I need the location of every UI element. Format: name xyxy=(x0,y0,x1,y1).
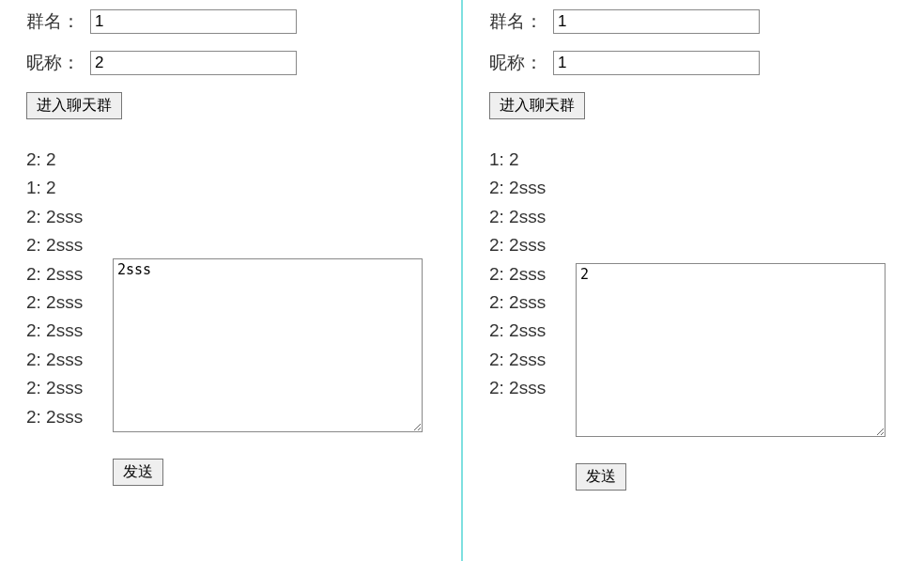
nick-row: 昵称： xyxy=(489,51,898,75)
message-row: 2: 2sss xyxy=(489,317,576,345)
nick-input[interactable] xyxy=(553,51,760,75)
message-list: 2: 21: 22: 2sss2: 2sss2: 2sss2: 2sss2: 2… xyxy=(26,146,113,431)
message-row: 2: 2sss xyxy=(489,288,576,317)
message-row: 2: 2sss xyxy=(489,346,576,374)
message-row: 2: 2sss xyxy=(26,260,113,288)
message-row: 2: 2sss xyxy=(489,231,576,259)
compose-col: 发送 xyxy=(576,263,898,491)
chat-area: 1: 22: 2sss2: 2sss2: 2sss2: 2sss2: 2sss2… xyxy=(489,146,898,491)
message-row: 1: 2 xyxy=(26,174,113,202)
nick-label: 昵称： xyxy=(489,51,553,75)
message-row: 2: 2sss xyxy=(489,374,576,402)
app-container: 群名： 昵称： 进入聊天群 2: 21: 22: 2sss2: 2sss2: 2… xyxy=(0,0,924,561)
message-row: 1: 2 xyxy=(489,146,576,174)
group-input[interactable] xyxy=(90,9,297,34)
message-row: 2: 2sss xyxy=(26,288,113,317)
group-row: 群名： xyxy=(489,9,898,34)
group-label: 群名： xyxy=(489,9,553,34)
message-row: 2: 2sss xyxy=(26,374,113,402)
nick-input[interactable] xyxy=(90,51,297,75)
send-button[interactable]: 发送 xyxy=(576,463,626,491)
nick-row: 昵称： xyxy=(26,51,435,75)
message-row: 2: 2 xyxy=(26,146,113,174)
message-row: 2: 2sss xyxy=(26,317,113,345)
message-row: 2: 2sss xyxy=(489,203,576,231)
compose-col: 发送 xyxy=(113,258,435,486)
panel-right: 群名： 昵称： 进入聊天群 1: 22: 2sss2: 2sss2: 2sss2… xyxy=(463,0,924,561)
group-row: 群名： xyxy=(26,9,435,34)
enter-row: 进入聊天群 xyxy=(489,92,898,119)
enter-chat-button[interactable]: 进入聊天群 xyxy=(489,92,585,119)
nick-label: 昵称： xyxy=(26,51,90,75)
message-list: 1: 22: 2sss2: 2sss2: 2sss2: 2sss2: 2sss2… xyxy=(489,146,576,403)
compose-textarea[interactable] xyxy=(576,263,886,437)
message-row: 2: 2sss xyxy=(26,231,113,259)
message-row: 2: 2sss xyxy=(26,346,113,374)
group-input[interactable] xyxy=(553,9,760,34)
message-row: 2: 2sss xyxy=(489,260,576,288)
message-row: 2: 2sss xyxy=(26,203,113,231)
group-label: 群名： xyxy=(26,9,90,34)
send-row: 发送 xyxy=(113,459,435,486)
compose-textarea[interactable] xyxy=(113,258,423,432)
message-row: 2: 2sss xyxy=(489,174,576,202)
enter-chat-button[interactable]: 进入聊天群 xyxy=(26,92,122,119)
send-row: 发送 xyxy=(576,463,898,491)
enter-row: 进入聊天群 xyxy=(26,92,435,119)
message-row: 2: 2sss xyxy=(26,403,113,431)
send-button[interactable]: 发送 xyxy=(113,459,163,486)
chat-area: 2: 21: 22: 2sss2: 2sss2: 2sss2: 2sss2: 2… xyxy=(26,146,435,486)
panel-left: 群名： 昵称： 进入聊天群 2: 21: 22: 2sss2: 2sss2: 2… xyxy=(0,0,463,561)
